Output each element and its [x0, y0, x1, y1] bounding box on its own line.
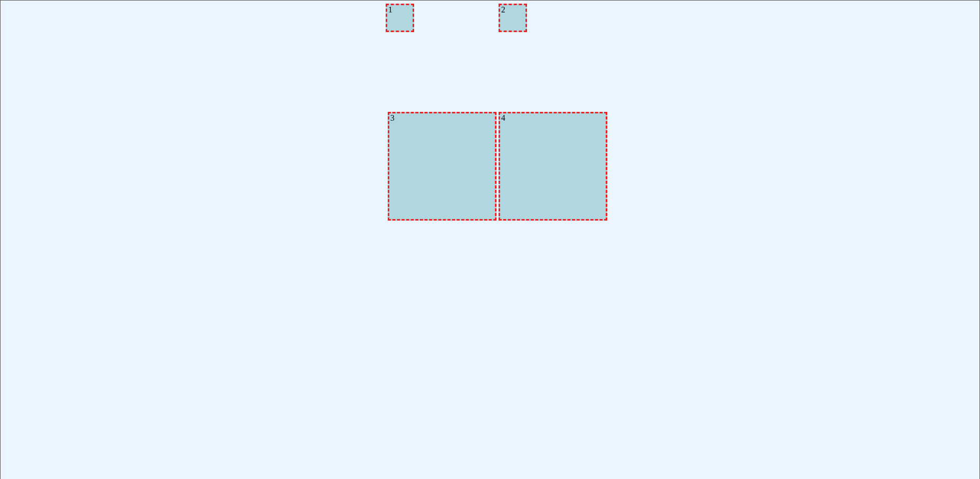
box-1: 1	[386, 4, 414, 32]
box-2: 2	[499, 4, 527, 32]
box-4-label: 4	[501, 113, 505, 122]
box-3-label: 3	[390, 113, 394, 122]
box-4: 4	[499, 112, 607, 221]
box-2-label: 2	[501, 5, 505, 14]
canvas-container: 1 2 3 4	[0, 0, 980, 479]
box-3: 3	[388, 112, 496, 221]
box-1-label: 1	[388, 5, 392, 14]
